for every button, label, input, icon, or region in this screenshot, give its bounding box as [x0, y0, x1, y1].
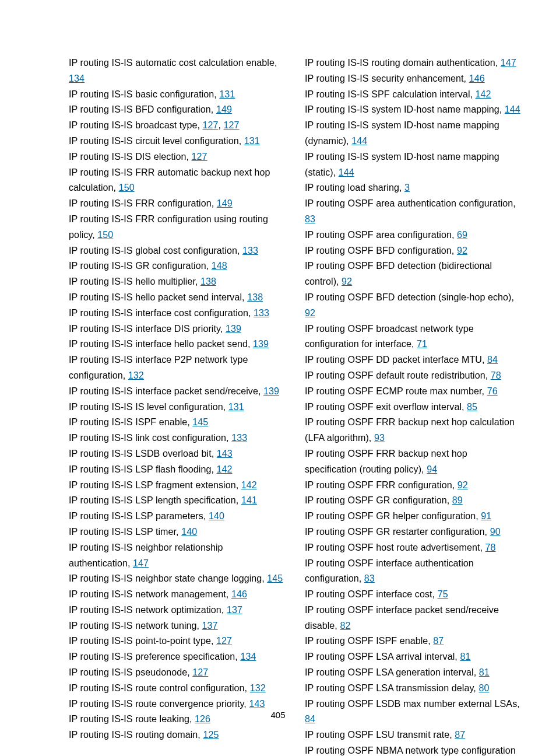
page-ref-link[interactable]: 133 — [231, 432, 247, 443]
page-ref-link[interactable]: 82 — [340, 620, 350, 631]
page-ref-link[interactable]: 94 — [427, 464, 437, 474]
page-ref-link[interactable]: 150 — [97, 229, 113, 240]
page-ref-link[interactable]: 140 — [181, 526, 197, 537]
index-entry: IP routing IS-IS interface packet send/r… — [69, 383, 285, 399]
page-ref-link[interactable]: 142 — [217, 464, 233, 474]
page-ref-link[interactable]: 127 — [216, 635, 232, 646]
page-ref-link[interactable]: 146 — [469, 73, 485, 83]
page-ref-link[interactable]: 83 — [364, 573, 375, 583]
page-ref-link[interactable]: 144 — [339, 167, 354, 177]
page-ref-link[interactable]: 93 — [374, 432, 385, 443]
page-ref-link[interactable]: 145 — [267, 573, 283, 583]
index-entry: IP routing IS-IS hello packet send inter… — [69, 289, 285, 305]
page-ref-link[interactable]: 138 — [200, 276, 216, 286]
page-ref-link[interactable]: 125 — [203, 729, 219, 740]
page-ref-link[interactable]: 78 — [491, 370, 501, 380]
index-entry-text: IP routing IS-IS route control configura… — [69, 682, 250, 693]
page-ref-link[interactable]: 139 — [226, 323, 241, 334]
page-ref-link[interactable]: 142 — [241, 480, 257, 490]
page-ref-link[interactable]: 75 — [438, 589, 448, 599]
page-ref-link[interactable]: 127 — [192, 151, 207, 162]
page-ref-link[interactable]: 131 — [228, 401, 244, 412]
index-entry-text: IP routing IS-IS LSP timer, — [69, 526, 181, 537]
page-ref-link[interactable]: 133 — [254, 307, 269, 318]
index-entry: IP routing IS-IS FRR configuration, 149 — [69, 195, 285, 211]
page-ref-link[interactable]: 89 — [452, 495, 463, 505]
page-ref-link[interactable]: 81 — [479, 667, 490, 677]
index-entry-text: IP routing OSPF area authentication conf… — [305, 198, 516, 208]
index-entry: IP routing IS-IS hello multiplier, 138 — [69, 274, 285, 289]
index-entry-text: IP routing OSPF FRR backup next hop spec… — [305, 448, 467, 474]
page-ref-link[interactable]: 147 — [133, 558, 149, 568]
index-entry-text: IP routing IS-IS basic configuration, — [69, 89, 219, 99]
page-ref-link[interactable]: 150 — [119, 182, 135, 192]
page-ref-link[interactable]: 137 — [227, 604, 242, 615]
index-entry: IP routing OSPF BFD configuration, 92 — [305, 243, 521, 258]
index-entry-text: IP routing IS-IS link cost configuration… — [69, 432, 231, 443]
page-ref-link[interactable]: 148 — [212, 260, 227, 271]
index-entry-text: IP routing IS-IS global cost configurati… — [69, 245, 242, 256]
page-ref-link[interactable]: 138 — [247, 292, 263, 302]
page-ref-link[interactable]: 91 — [481, 510, 491, 521]
index-entry: IP routing OSPF GR configuration, 89 — [305, 492, 521, 508]
page-ref-link[interactable]: 132 — [128, 370, 144, 380]
page-ref-link[interactable]: 146 — [231, 589, 247, 599]
index-entry: IP routing OSPF host route advertisement… — [305, 540, 521, 555]
page-ref-link[interactable]: 127 — [202, 120, 218, 130]
page-ref-link[interactable]: 76 — [487, 386, 498, 396]
index-entry-text: IP routing OSPF host route advertisement… — [305, 542, 485, 552]
index-entry-text: IP routing IS-IS point-to-point type, — [69, 635, 216, 646]
index-entry-text: IP routing IS-IS system ID-host name map… — [305, 151, 499, 177]
page-ref-link[interactable]: 84 — [487, 354, 498, 365]
page-ref-link[interactable]: 139 — [263, 386, 279, 396]
page-ref-link[interactable]: 145 — [192, 416, 208, 427]
page-ref-link[interactable]: 139 — [253, 338, 269, 349]
page-ref-link[interactable]: 149 — [216, 104, 232, 114]
page-ref-link[interactable]: 131 — [244, 135, 260, 146]
index-entry: IP routing IS-IS route convergence prior… — [69, 696, 285, 712]
index-entry-text: IP routing OSPF BFD detection (bidirecti… — [305, 260, 492, 286]
page-ref-link[interactable]: 81 — [460, 651, 470, 662]
index-entry: IP routing IS-IS basic configuration, 13… — [69, 86, 285, 102]
page-ref-link[interactable]: 127 — [192, 667, 208, 677]
page-ref-link[interactable]: 78 — [485, 542, 496, 552]
page-ref-link[interactable]: 92 — [305, 307, 315, 318]
index-entry-text: IP routing OSPF interface cost, — [305, 589, 438, 599]
page-ref-link[interactable]: 90 — [490, 526, 501, 537]
page-ref-link[interactable]: 137 — [202, 620, 218, 631]
page-ref-link[interactable]: 141 — [241, 495, 257, 505]
page-ref-link[interactable]: 147 — [501, 57, 516, 68]
page-ref-link[interactable]: 140 — [209, 510, 224, 521]
index-entry-text: IP routing IS-IS hello packet send inter… — [69, 292, 247, 302]
index-entry-text: IP routing OSPF interface packet send/re… — [305, 604, 499, 631]
index-entry: IP routing IS-IS routing domain, 125 — [69, 727, 285, 743]
page-ref-link[interactable]: 83 — [305, 214, 315, 224]
index-entry: IP routing OSPF ECMP route max number, 7… — [305, 383, 521, 399]
page-ref-link[interactable]: 127 — [224, 120, 240, 130]
page-ref-link[interactable]: 71 — [417, 338, 427, 349]
index-entry-text: IP routing IS-IS network optimization, — [69, 604, 227, 615]
page-ref-link[interactable]: 92 — [457, 245, 467, 256]
page-ref-link[interactable]: 134 — [240, 651, 256, 662]
page-ref-link[interactable]: 92 — [342, 276, 352, 286]
page-ref-link[interactable]: 149 — [217, 198, 233, 208]
page-ref-link[interactable]: 134 — [69, 73, 85, 83]
page-ref-link[interactable]: 143 — [249, 698, 265, 709]
page-ref-link[interactable]: 143 — [217, 448, 233, 459]
page-ref-link[interactable]: 87 — [433, 635, 444, 646]
page-ref-link[interactable]: 133 — [242, 245, 258, 256]
page-ref-link[interactable]: 132 — [250, 682, 266, 693]
page-ref-link[interactable]: 69 — [457, 229, 467, 240]
page-ref-link[interactable]: 144 — [505, 104, 520, 114]
page-ref-link[interactable]: 3 — [404, 182, 410, 192]
page-ref-link[interactable]: 80 — [478, 682, 489, 693]
page-ref-link[interactable]: 144 — [351, 135, 367, 146]
index-entry: IP routing IS-IS LSP parameters, 140 — [69, 508, 285, 524]
page-ref-link[interactable]: 142 — [476, 89, 491, 99]
index-entry-text: IP routing IS-IS LSP parameters, — [69, 510, 209, 521]
page-ref-link[interactable]: 87 — [455, 729, 465, 740]
page-ref-link[interactable]: 92 — [458, 480, 468, 490]
index-entry-text: IP routing IS-IS hello multiplier, — [69, 276, 200, 286]
page-ref-link[interactable]: 131 — [219, 89, 235, 99]
page-ref-link[interactable]: 85 — [467, 401, 477, 412]
